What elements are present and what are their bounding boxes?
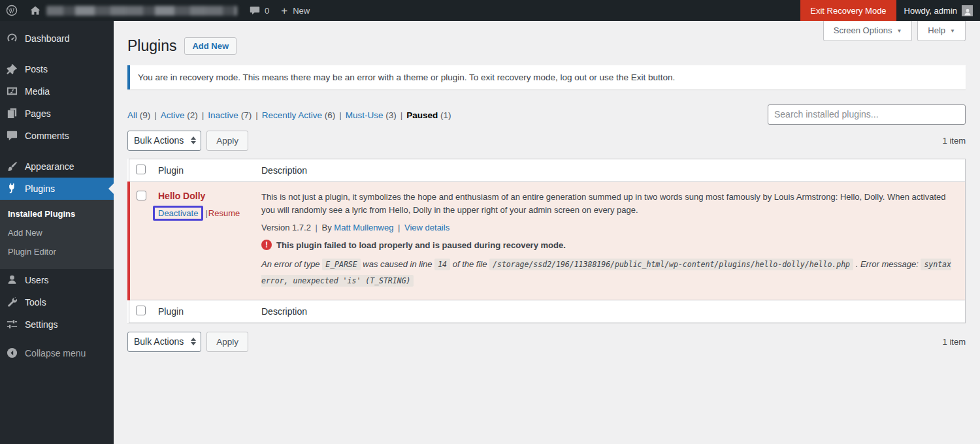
deactivate-highlight-box: Deactivate xyxy=(153,206,203,221)
bulk-actions-select-bottom[interactable]: Bulk Actions xyxy=(127,332,201,352)
sidebar-item-posts[interactable]: Posts xyxy=(0,58,114,80)
new-label: New xyxy=(293,6,310,16)
recovery-mode-notice: You are in recovery mode. This means the… xyxy=(127,65,966,89)
sidebar-item-pages[interactable]: Pages xyxy=(0,103,114,125)
search-plugins-input[interactable] xyxy=(768,104,966,125)
home-icon xyxy=(29,5,41,16)
users-icon xyxy=(6,274,19,287)
sidebar-item-comments[interactable]: Comments xyxy=(0,125,114,147)
exit-recovery-mode-button[interactable]: Exit Recovery Mode xyxy=(800,0,896,21)
comments-shortcut[interactable]: 0 xyxy=(243,0,275,21)
sidebar-item-label: Collapse menu xyxy=(25,348,86,358)
site-menu[interactable] xyxy=(24,0,243,21)
view-details-link[interactable]: View details xyxy=(404,223,449,232)
site-name-redacted xyxy=(46,6,237,16)
error-type-code: E_PARSE xyxy=(322,259,360,270)
collapse-arrow-icon xyxy=(6,347,19,360)
row-checkbox[interactable] xyxy=(137,191,146,200)
filter-inactive[interactable]: Inactive xyxy=(208,110,238,120)
brush-icon xyxy=(6,160,19,173)
error-detail-text: An error of type E_PARSE was caused in l… xyxy=(261,257,954,289)
sidebar-item-appearance[interactable]: Appearance xyxy=(0,155,114,178)
sidebar-item-plugins[interactable]: Plugins xyxy=(0,178,114,200)
screen-meta-links: Screen Options Help xyxy=(823,21,966,41)
wordpress-logo-icon xyxy=(6,5,18,16)
submenu-installed-plugins[interactable]: Installed Plugins xyxy=(0,204,114,223)
table-row-hello-dolly: Hello Dolly Deactivate|Resume This is no… xyxy=(129,182,966,300)
screen-options-tab[interactable]: Screen Options xyxy=(823,21,913,41)
apply-button[interactable]: Apply xyxy=(206,131,248,151)
sidebar-item-media[interactable]: Media xyxy=(0,80,114,103)
select-all-checkbox-footer[interactable] xyxy=(136,306,146,315)
by-label: By xyxy=(322,223,332,232)
sidebar-item-label: Posts xyxy=(25,64,48,74)
sidebar-item-label: Tools xyxy=(25,297,46,308)
error-file-code: /storage/ssd2/196/11388196/public_html/w… xyxy=(489,259,853,270)
column-footer-plugin: Plugin xyxy=(152,300,255,323)
sidebar-item-settings[interactable]: Settings xyxy=(0,313,114,336)
new-content-menu[interactable]: + New xyxy=(275,0,316,21)
pin-icon xyxy=(6,63,19,76)
sidebar-item-label: Media xyxy=(25,86,50,97)
collapse-menu-button[interactable]: Collapse menu xyxy=(0,342,114,364)
filter-recently-active[interactable]: Recently Active xyxy=(262,110,322,120)
error-exclamation-icon xyxy=(261,240,272,250)
admin-menu: Dashboard Posts Media Pages Comments App… xyxy=(0,21,114,444)
submenu-add-new[interactable]: Add New xyxy=(0,223,114,242)
wrench-icon xyxy=(6,296,19,309)
recovery-mode-notice-text: You are in recovery mode. This means the… xyxy=(138,72,675,82)
page-title: Plugins xyxy=(127,37,176,56)
plugins-submenu: Installed Plugins Add New Plugin Editor xyxy=(0,200,114,269)
avatar xyxy=(962,5,973,16)
sidebar-item-users[interactable]: Users xyxy=(0,269,114,291)
media-icon xyxy=(6,85,19,98)
select-all-checkbox[interactable] xyxy=(136,165,146,174)
sidebar-item-label: Dashboard xyxy=(25,33,70,44)
select-arrows-icon xyxy=(191,338,196,345)
items-count-bottom: 1 item xyxy=(943,337,966,347)
apply-button-bottom[interactable]: Apply xyxy=(206,332,248,352)
comment-bubble-icon xyxy=(249,5,261,16)
resume-link[interactable]: Resume xyxy=(208,208,240,218)
main-content: Screen Options Help Plugins Add New You … xyxy=(114,21,980,444)
plugin-name: Hello Dolly xyxy=(158,191,250,201)
sidebar-item-label: Plugins xyxy=(25,183,55,194)
error-line-code: 14 xyxy=(434,259,450,270)
sidebar-item-label: Appearance xyxy=(25,161,74,172)
deactivate-link[interactable]: Deactivate xyxy=(158,208,198,218)
settings-sliders-icon xyxy=(6,318,19,331)
admin-bar: 0 + New Exit Recovery Mode Howdy, admin xyxy=(0,0,980,21)
howdy-label: Howdy, admin xyxy=(904,6,957,16)
plus-icon: + xyxy=(281,5,287,16)
column-footer-description: Description xyxy=(255,300,966,323)
items-count: 1 item xyxy=(943,136,966,146)
sidebar-item-label: Comments xyxy=(25,131,69,141)
select-arrows-icon xyxy=(191,136,196,144)
comments-count: 0 xyxy=(265,6,269,16)
filter-must-use[interactable]: Must-Use xyxy=(346,110,384,120)
submenu-plugin-editor[interactable]: Plugin Editor xyxy=(0,242,114,261)
plugins-table: Plugin Description Hello Dolly Deactivat… xyxy=(127,159,966,323)
add-new-button[interactable]: Add New xyxy=(184,37,237,55)
sidebar-item-tools[interactable]: Tools xyxy=(0,291,114,313)
filter-paused-current[interactable]: Paused xyxy=(406,110,438,120)
sidebar-item-label: Pages xyxy=(25,108,51,119)
column-header-plugin: Plugin xyxy=(152,159,255,182)
sidebar-item-label: Users xyxy=(25,275,49,285)
plugin-status-filters: All (9)| Active (2)| Inactive (7)| Recen… xyxy=(127,104,455,120)
comments-icon xyxy=(6,129,19,142)
filter-all[interactable]: All xyxy=(127,110,137,120)
column-header-description: Description xyxy=(255,159,966,182)
bulk-actions-select[interactable]: Bulk Actions xyxy=(127,131,201,151)
sidebar-item-dashboard[interactable]: Dashboard xyxy=(0,27,114,50)
pages-icon xyxy=(6,107,19,120)
dashboard-icon xyxy=(6,32,19,45)
author-link[interactable]: Matt Mullenweg xyxy=(334,223,393,232)
wordpress-logo-menu[interactable] xyxy=(0,0,24,21)
help-tab[interactable]: Help xyxy=(917,21,966,41)
plugin-icon xyxy=(6,182,19,195)
bulk-actions-label: Bulk Actions xyxy=(134,336,184,347)
account-menu[interactable]: Howdy, admin xyxy=(896,5,980,16)
sidebar-item-label: Settings xyxy=(25,319,58,330)
filter-active[interactable]: Active xyxy=(161,110,185,120)
